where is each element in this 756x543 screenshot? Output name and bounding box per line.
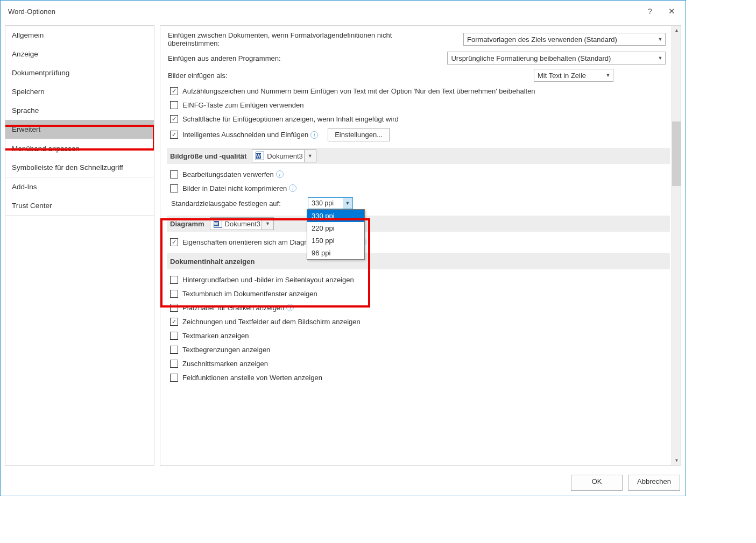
scroll-thumb[interactable] (672, 122, 681, 186)
insert-key-checkbox[interactable] (170, 101, 178, 109)
insert-images-label: Bilder einfügen als: (168, 72, 534, 80)
paste-other-programs-label: Einfügen aus anderen Programmen: (168, 54, 447, 62)
chevron-down-icon: ▼ (304, 150, 316, 162)
text-bounds-checkbox[interactable] (170, 346, 178, 354)
chevron-down-icon: ▼ (603, 69, 613, 81)
section-docview: Dokumentinhalt anzeigen (167, 253, 670, 269)
paste-between-docs-select[interactable]: Formatvorlagen des Ziels verwenden (Stan… (463, 33, 666, 46)
placeholders-label: Platzhalter für Grafiken anzeigen (182, 304, 284, 312)
sidebar-item-dokumentpruefung[interactable]: Dokumentprüfung (5, 63, 154, 82)
scroll-down-arrow[interactable]: ▼ (672, 456, 681, 465)
paste-between-docs-label1: Einfügen zwischen Dokumenten, wenn Forma… (168, 31, 392, 39)
drawings-checkbox[interactable] (170, 318, 178, 326)
drawings-label: Zeichnungen und Textfelder auf dem Bilds… (182, 318, 361, 326)
ok-button[interactable]: OK (571, 475, 623, 491)
resolution-option-150[interactable]: 150 ppi (307, 234, 364, 247)
crop-marks-checkbox[interactable] (170, 360, 178, 368)
smart-cut-settings-button[interactable]: Einstellungen... (328, 128, 390, 141)
scroll-up-arrow[interactable]: ▲ (672, 26, 681, 35)
info-icon[interactable]: i (276, 170, 284, 178)
crop-marks-label: Zuschnittsmarken anzeigen (182, 360, 268, 368)
field-codes-label: Feldfunktionen anstelle von Werten anzei… (182, 374, 322, 382)
chart-props-checkbox[interactable] (170, 238, 178, 246)
section-chart-title: Diagramm (170, 220, 204, 228)
window-title: Word-Optionen (8, 8, 639, 16)
sidebar-item-menueband[interactable]: Menüband anpassen (5, 139, 154, 158)
close-button[interactable]: ✕ (661, 1, 682, 22)
text-bounds-label: Textbegrenzungen anzeigen (182, 346, 270, 354)
options-panel: ▲ ▼ Einfügen zwischen Dokumenten, wenn F… (160, 25, 681, 466)
cancel-button[interactable]: Abbrechen (628, 475, 680, 491)
sidebar-item-sprache[interactable]: Sprache (5, 101, 154, 120)
sidebar-item-trustcenter[interactable]: Trust Center (5, 196, 154, 215)
insert-images-select[interactable]: Mit Text in Zeile ▼ (534, 69, 613, 82)
bookmarks-label: Textmarken anzeigen (182, 332, 249, 340)
resolution-option-96[interactable]: 96 ppi (307, 247, 364, 259)
default-resolution-label: Standardzielausgabe festlegen auf: (171, 199, 308, 208)
resolution-option-220[interactable]: 220 ppi (307, 222, 364, 234)
no-compress-label: Bilder in Datei nicht komprimieren (182, 184, 287, 192)
no-compress-checkbox[interactable] (170, 184, 178, 192)
keep-bullets-label: Aufzählungszeichen und Nummern beim Einf… (182, 87, 535, 95)
default-resolution-select[interactable]: 330 ppi ▼ (308, 197, 353, 209)
chevron-down-icon: ▼ (655, 52, 665, 64)
info-icon[interactable]: i (286, 304, 294, 311)
show-paste-btn-checkbox[interactable] (170, 115, 178, 123)
sidebar-item-speichern[interactable]: Speichern (5, 82, 154, 101)
chevron-down-icon: ▼ (343, 198, 352, 209)
discard-edit-label: Bearbeitungsdaten verwerfen (182, 170, 274, 178)
paste-between-docs-label2: übereinstimmen: (168, 39, 220, 47)
paste-between-docs-value: Formatvorlagen des Ziels verwenden (Stan… (467, 35, 617, 44)
sidebar-item-allgemein[interactable]: Allgemein (5, 26, 154, 45)
word-options-dialog: Word-Optionen ? ✕ Allgemein Anzeige Doku… (0, 0, 686, 496)
sidebar-item-anzeige[interactable]: Anzeige (5, 45, 154, 63)
keep-bullets-checkbox[interactable] (170, 87, 178, 95)
sidebar-item-addins[interactable]: Add-Ins (5, 177, 154, 196)
insert-key-label: EINFG-Taste zum Einfügen verwenden (182, 101, 303, 109)
sidebar-item-schnellzugriff[interactable]: Symbolleiste für den Schnellzugriff (5, 158, 154, 177)
placeholders-checkbox[interactable] (170, 304, 178, 312)
smart-cut-label: Intelligentes Ausschneiden und Einfügen (182, 131, 308, 139)
field-codes-checkbox[interactable] (170, 374, 178, 382)
sidebar-item-erweitert[interactable]: Erweitert (5, 120, 154, 139)
resolution-option-330[interactable]: 330 ppi (307, 210, 364, 222)
section-docview-title: Dokumentinhalt anzeigen (170, 258, 255, 266)
discard-edit-checkbox[interactable] (170, 170, 178, 178)
paste-other-programs-value: Ursprüngliche Formatierung beibehalten (… (451, 54, 611, 62)
image-quality-doc-value: Dokument3 (267, 152, 302, 160)
text-wrap-checkbox[interactable] (170, 290, 178, 298)
help-button[interactable]: ? (639, 2, 661, 21)
vertical-scrollbar[interactable]: ▲ ▼ (672, 26, 681, 465)
word-doc-icon (256, 152, 264, 160)
category-sidebar: Allgemein Anzeige Dokumentprüfung Speich… (5, 25, 154, 466)
dialog-footer: OK Abbrechen (1, 470, 686, 496)
smart-cut-checkbox[interactable] (170, 131, 178, 139)
chevron-down-icon: ▼ (262, 218, 273, 230)
text-wrap-label: Textumbruch im Dokumentfenster anzeigen (182, 290, 317, 298)
show-paste-btn-label: Schaltfläche für Einfügeoptionen anzeige… (182, 115, 399, 123)
section-chart: Diagramm Dokument3 ▼ (167, 216, 670, 232)
titlebar: Word-Optionen ? ✕ (1, 1, 686, 22)
paste-other-programs-select[interactable]: Ursprüngliche Formatierung beibehalten (… (447, 52, 666, 65)
resolution-dropdown: 330 ppi 220 ppi 150 ppi 96 ppi (307, 209, 365, 260)
default-resolution-value: 330 ppi (312, 199, 334, 207)
bookmarks-checkbox[interactable] (170, 332, 178, 340)
dialog-body: Allgemein Anzeige Dokumentprüfung Speich… (1, 22, 686, 470)
insert-images-value: Mit Text in Zeile (538, 72, 586, 80)
section-image-quality-title: Bildgröße und -qualität (170, 152, 246, 160)
info-icon[interactable]: i (289, 184, 296, 192)
image-quality-doc-select[interactable]: Dokument3 ▼ (252, 149, 316, 162)
info-icon[interactable]: i (310, 131, 318, 139)
word-doc-icon (214, 219, 222, 228)
bg-colors-checkbox[interactable] (170, 276, 178, 284)
chart-doc-select[interactable]: Dokument3 ▼ (210, 217, 274, 230)
bg-colors-label: Hintergrundfarben und -bilder im Seitenl… (182, 276, 354, 284)
chevron-down-icon: ▼ (655, 33, 665, 45)
chart-doc-value: Dokument3 (225, 220, 260, 228)
section-image-quality: Bildgröße und -qualität Dokument3 ▼ (167, 148, 670, 164)
